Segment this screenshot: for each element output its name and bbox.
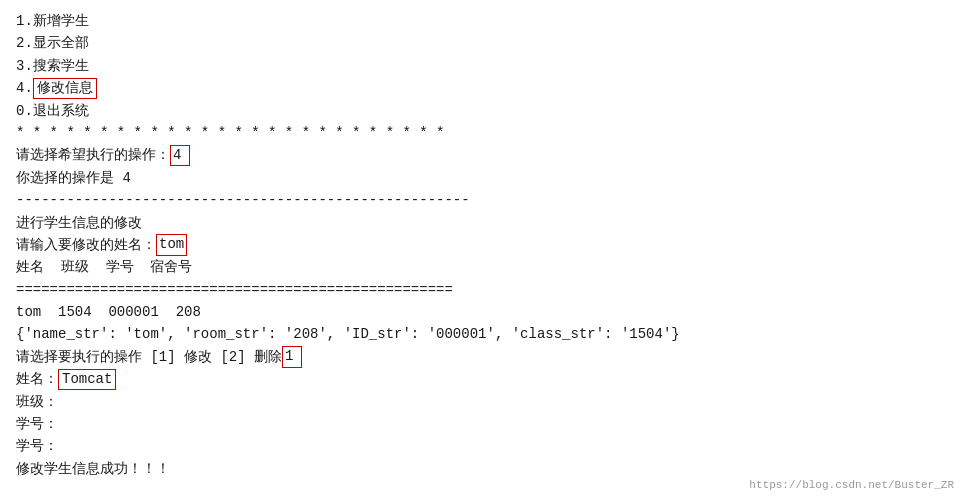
menu-item-0: 0.退出系统 [16, 100, 948, 122]
menu-item-1: 1.新增学生 [16, 10, 948, 32]
success-message: 修改学生信息成功！！！ [16, 458, 948, 480]
menu-item-3: 3.搜索学生 [16, 55, 948, 77]
operation-prompt-line: 请选择希望执行的操作：4 [16, 144, 948, 166]
stars-separator: * * * * * * * * * * * * * * * * * * * * … [16, 122, 948, 144]
table-headers: 姓名 班级 学号 宿舍号 [16, 256, 948, 278]
menu-item-4-box: 修改信息 [33, 78, 97, 100]
action-prompt-line: 请选择要执行的操作 [1] 修改 [2] 删除1 [16, 346, 948, 368]
watermark: https://blog.csdn.net/Buster_ZR [749, 479, 954, 491]
data-row: tom 1504 000001 208 [16, 301, 948, 323]
menu-item-2: 2.显示全部 [16, 32, 948, 54]
operation-input-box[interactable]: 4 [170, 145, 190, 167]
terminal-window: 1.新增学生 2.显示全部 3.搜索学生 4.修改信息 0.退出系统 * * *… [0, 0, 964, 501]
operation-response-line: 你选择的操作是 4 [16, 167, 948, 189]
class-field-line: 班级： [16, 391, 948, 413]
name-value-box[interactable]: Tomcat [58, 369, 116, 391]
dict-row: {'name_str': 'tom', 'room_str': '208', '… [16, 323, 948, 345]
name-input-box[interactable]: tom [156, 234, 187, 256]
id2-field-line: 学号： [16, 435, 948, 457]
name-field-line: 姓名：Tomcat [16, 368, 948, 390]
action-input-box[interactable]: 1 [282, 346, 302, 368]
menu-item-4: 4.修改信息 [16, 77, 948, 99]
name-prompt-line: 请输入要修改的姓名：tom [16, 234, 948, 256]
equals-separator: ========================================… [16, 279, 948, 301]
modify-title: 进行学生信息的修改 [16, 212, 948, 234]
dashes-separator: ----------------------------------------… [16, 189, 948, 211]
id1-field-line: 学号： [16, 413, 948, 435]
